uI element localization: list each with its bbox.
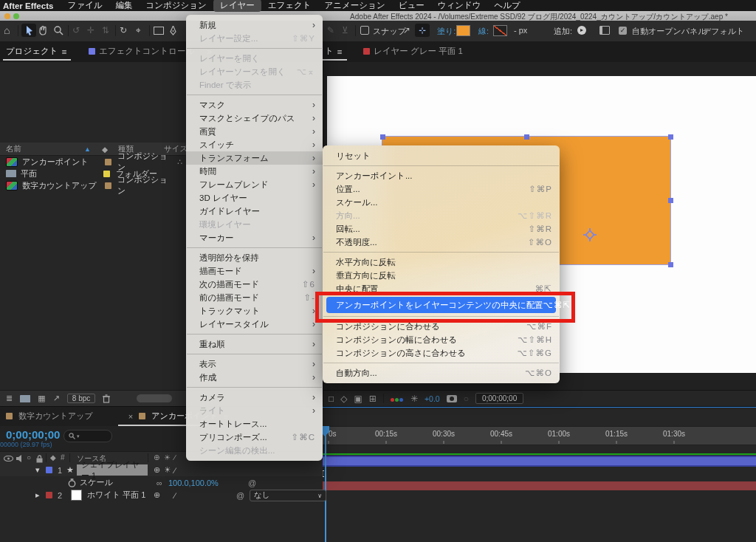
menu-item[interactable]: 自動方向...⌥⌘O — [323, 366, 560, 380]
auto-open-checkbox[interactable]: ✓ — [619, 24, 627, 37]
layer-viewer-tab[interactable]: レイヤー グレー 平面 1 — [363, 46, 463, 57]
minimize-button[interactable] — [4, 13, 10, 19]
menu-item[interactable]: コンポジションの高さに合わせる⌥⇧⌘G — [323, 346, 560, 360]
render-queue-icon[interactable]: ↗ — [53, 394, 60, 403]
snap-checkbox[interactable] — [360, 24, 369, 37]
fx-switch-icon[interactable]: ∕ — [174, 453, 176, 462]
sort-ascending-icon[interactable]: ▲ — [84, 145, 102, 153]
solo-icon[interactable]: ○ — [27, 453, 31, 462]
selection-handle[interactable] — [668, 198, 673, 203]
audio-speaker-icon[interactable] — [16, 455, 24, 462]
video-eye-icon[interactable] — [4, 456, 13, 462]
video-switch-icon[interactable]: ⊕ — [154, 453, 159, 462]
label-color-swatch[interactable] — [105, 159, 111, 165]
menu-item[interactable]: ガイドレイヤー — [186, 205, 323, 218]
playhead-line[interactable] — [325, 432, 326, 542]
layer-duration-bar-shape[interactable] — [323, 456, 756, 467]
menu-item[interactable]: 表示› — [186, 357, 323, 371]
add-label[interactable]: 追加: — [554, 26, 572, 37]
rotation-tool[interactable]: ↻ — [120, 24, 127, 37]
menu-item[interactable]: コンポジションの幅に合わせる⌥⇧⌘H — [323, 333, 560, 346]
channel-icon[interactable] — [391, 394, 404, 404]
label-color-swatch[interactable] — [103, 171, 110, 177]
add-menu-icon[interactable]: ▸ — [577, 24, 586, 37]
menubar-item[interactable]: コンポジション — [139, 0, 213, 12]
snapshot-camera-icon[interactable] — [447, 395, 457, 402]
menubar-item[interactable]: 編集 — [109, 0, 139, 12]
horizontal-scrollbar[interactable] — [137, 394, 172, 402]
column-name[interactable]: 名前 — [0, 144, 84, 154]
zoom-button[interactable] — [13, 13, 19, 19]
window-titlebar[interactable]: Adobe After Effects 2024 - /Volumes/Extr… — [0, 11, 756, 21]
label-column-tag-icon[interactable]: ◆ — [50, 453, 56, 462]
stroke-label[interactable]: 線: — [478, 26, 489, 37]
menu-item-highlighted[interactable]: アンカーポイントをレイヤーコンテンツの中央に配置⌥⌘⇱ — [326, 297, 556, 313]
menubar-item[interactable]: ファイル — [61, 0, 109, 12]
quality-switch-icon[interactable]: ☀ — [164, 464, 171, 476]
selection-handle[interactable] — [668, 134, 673, 140]
menu-item[interactable]: 水平方向に反転 — [323, 255, 560, 269]
menu-item[interactable]: フレームブレンド› — [186, 178, 323, 191]
label-column-tag-icon[interactable]: ◆ — [102, 145, 118, 154]
panel-layout-icon[interactable] — [599, 24, 610, 37]
layer-label-swatch[interactable] — [46, 492, 52, 498]
composition-panel-tab[interactable]: ト ≡ — [325, 46, 343, 57]
twirl-closed-icon[interactable]: ▸ — [35, 489, 40, 501]
menu-item[interactable]: 画質› — [186, 125, 323, 138]
menu-item[interactable]: 不透明度...⇧⌘O — [323, 236, 560, 249]
new-comp-icon[interactable]: ▦ — [38, 394, 45, 403]
constrain-chain-icon[interactable]: ∞ — [157, 476, 162, 489]
exposure-value[interactable]: +0.0 — [425, 394, 440, 403]
menu-item[interactable]: 中央に配置⌘⇱ — [323, 282, 560, 295]
timeline-search-input[interactable]: ▾ — [63, 430, 112, 442]
menu-item[interactable]: 位置...⇧⌘P — [323, 182, 560, 196]
stroke-width-value[interactable]: - px — [514, 26, 527, 35]
property-row-scale[interactable]: スケール ∞ 100.0,100.0% @ — [0, 476, 323, 489]
mask-visibility-icon[interactable]: ◇ — [340, 394, 347, 404]
menubar-item[interactable]: エフェクト — [261, 0, 318, 12]
menubar-item[interactable]: アニメーション — [318, 0, 392, 12]
menu-item[interactable]: 重ね順› — [186, 337, 323, 351]
menu-item[interactable]: 新規› — [186, 18, 323, 32]
project-bit-depth[interactable]: 8 bpc — [67, 394, 95, 403]
auto-open-label[interactable]: 自動オープンパネル — [632, 26, 707, 37]
panel-divider[interactable] — [0, 406, 756, 407]
menubar-item[interactable]: ビュー — [392, 0, 431, 12]
panel-menu-icon[interactable]: ≡ — [337, 47, 343, 56]
snap-options-icon[interactable]: ↗ — [403, 24, 410, 37]
menu-item[interactable]: 透明部分を保持 — [186, 251, 323, 264]
menu-item[interactable]: 時間› — [186, 165, 323, 178]
selection-handle[interactable] — [524, 134, 529, 140]
panel-menu-icon[interactable]: ≡ — [62, 47, 67, 56]
grid-icon[interactable]: ⊞ — [369, 394, 377, 404]
stroke-color-swatch[interactable] — [493, 24, 507, 37]
menubar-item[interactable]: ウィンドウ — [431, 0, 488, 12]
menu-item[interactable]: 3D レイヤー — [186, 191, 323, 205]
menu-item[interactable]: 作成› — [186, 371, 323, 384]
zoom-tool[interactable] — [54, 24, 63, 37]
menu-item[interactable]: スイッチ› — [186, 138, 323, 151]
time-ruler[interactable]: 0s00:15s00:30s00:45s01:00s01:15s01:30s — [323, 426, 756, 445]
menu-item[interactable]: トラックマット› — [186, 304, 323, 318]
exposure-icon[interactable]: ✳ — [410, 394, 418, 404]
selection-tool[interactable] — [21, 24, 36, 37]
scale-value[interactable]: 100.0,100.0% — [168, 476, 219, 489]
parent-dropdown[interactable]: なし ∨ — [250, 490, 326, 501]
pen-tool[interactable] — [170, 24, 176, 37]
menu-item[interactable]: 次の描画モード⇧6 — [186, 278, 323, 291]
snap-label[interactable]: スナップ — [373, 26, 406, 37]
property-name[interactable]: スケール — [80, 476, 113, 489]
work-area-bar[interactable] — [323, 453, 756, 455]
guides-icon[interactable]: ▣ — [354, 394, 362, 404]
lock-icon[interactable] — [36, 455, 43, 463]
video-switch-icon[interactable]: ⊕ — [154, 464, 160, 476]
timeline-tab-inactive[interactable]: 数字カウントアップ — [18, 411, 93, 422]
project-panel-tab[interactable]: プロジェクト ≡ — [6, 46, 66, 57]
solid-color-swatch[interactable] — [71, 490, 82, 501]
fill-color-swatch[interactable] — [456, 24, 470, 37]
current-time-display[interactable]: 0;00;00;00 — [6, 428, 60, 441]
layer-label-swatch[interactable] — [46, 467, 52, 473]
snap-to-feature-icon[interactable]: ⊹ — [415, 24, 430, 37]
comp-current-time[interactable]: 0;00;00;00 — [475, 393, 523, 404]
menu-item[interactable]: マスク› — [186, 98, 323, 112]
